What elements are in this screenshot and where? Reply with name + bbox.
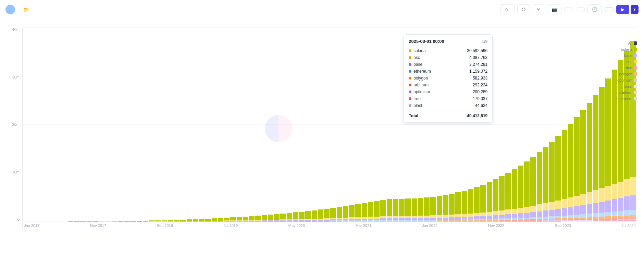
bar-group[interactable] — [487, 182, 492, 221]
bar-group[interactable] — [474, 187, 480, 221]
bar-group[interactable] — [374, 201, 380, 221]
legend-item[interactable]: solana — [610, 47, 637, 51]
bar-group[interactable] — [343, 206, 348, 221]
bar-group[interactable] — [224, 218, 230, 221]
mint-button[interactable] — [605, 7, 614, 12]
bar-group[interactable] — [437, 196, 442, 221]
bar-group[interactable] — [362, 203, 367, 221]
bar-group[interactable] — [518, 165, 523, 221]
bar-group[interactable] — [455, 192, 461, 221]
bar-group[interactable] — [305, 211, 311, 221]
bar-group[interactable] — [324, 209, 330, 221]
bar-group[interactable] — [399, 199, 405, 221]
bar-group[interactable] — [280, 214, 286, 221]
bar-group[interactable] — [355, 204, 361, 221]
header-actions: ☆ ⬡ ⑂ 📷 🕐 ▶ ▾ — [500, 4, 639, 14]
bar-group[interactable] — [349, 205, 355, 221]
bar-group[interactable] — [380, 200, 386, 221]
bar-group[interactable] — [230, 217, 236, 221]
bar-segment — [580, 110, 586, 194]
bar-group[interactable] — [480, 184, 486, 221]
bar-group[interactable] — [512, 169, 517, 221]
github-icon: ⬡ — [522, 7, 525, 12]
bar-group[interactable] — [337, 207, 342, 221]
camera-button[interactable]: 📷 — [547, 4, 561, 14]
header: 📁 ☆ ⬡ ⑂ 📷 🕐 ▶ — [0, 0, 644, 19]
bar-group[interactable] — [368, 202, 373, 221]
bar-group[interactable] — [312, 210, 317, 221]
legend-item[interactable]: base — [610, 53, 637, 58]
bar-group[interactable] — [468, 189, 473, 221]
bar-group[interactable] — [243, 217, 248, 221]
legend-item[interactable]: blast — [610, 84, 637, 88]
bar-group[interactable] — [318, 209, 323, 221]
bar-group[interactable] — [212, 218, 217, 221]
bar-group[interactable] — [237, 217, 242, 221]
bar-group[interactable] — [537, 152, 542, 221]
bar-segment — [518, 166, 523, 208]
tooltip-value: 292,224 — [473, 83, 487, 87]
bar-group[interactable] — [462, 191, 467, 221]
bar-group[interactable] — [330, 208, 336, 221]
bar-group[interactable] — [599, 86, 605, 221]
legend-item[interactable]: polygon — [610, 72, 637, 76]
bar-group[interactable] — [580, 109, 586, 221]
bar-group[interactable] — [218, 218, 223, 221]
bar-group[interactable] — [249, 216, 255, 221]
bar-group[interactable] — [430, 197, 436, 221]
legend-item[interactable]: tron — [610, 66, 637, 70]
bar-group[interactable] — [262, 215, 267, 221]
tooltip-dot — [409, 63, 411, 66]
bar-segment — [599, 213, 605, 217]
legend-item[interactable]: bsc — [610, 60, 637, 64]
x-axis-label: Jul 2019 — [223, 223, 238, 228]
bar-group[interactable] — [387, 199, 392, 221]
bar-segment — [474, 213, 480, 216]
bar-group[interactable] — [199, 219, 205, 221]
legend-item[interactable]: optimism — [610, 78, 637, 82]
bar-group[interactable] — [543, 147, 548, 221]
edit-button[interactable] — [576, 7, 585, 12]
bar-group[interactable] — [593, 94, 598, 221]
bar-group[interactable] — [393, 199, 398, 221]
bar-segment — [218, 218, 223, 221]
bar-group[interactable] — [574, 117, 580, 221]
tooltip-row: bsc 4,087,763 — [409, 54, 487, 61]
bar-group[interactable] — [493, 179, 498, 221]
bar-group[interactable] — [268, 215, 273, 221]
star-button[interactable]: ☆ — [500, 4, 515, 14]
legend-item[interactable]: All — [610, 41, 637, 45]
bar-group[interactable] — [443, 195, 448, 221]
bar-group[interactable] — [524, 161, 530, 221]
bar-group[interactable] — [205, 219, 211, 221]
bar-segment — [537, 204, 542, 211]
bar-segment — [555, 201, 561, 209]
bar-group[interactable] — [549, 142, 555, 221]
bar-group[interactable] — [505, 173, 511, 221]
bar-group[interactable] — [449, 194, 455, 221]
bar-group[interactable] — [587, 102, 592, 221]
github-button[interactable]: ⬡ — [517, 4, 530, 14]
legend-item[interactable]: ethereum — [610, 97, 637, 101]
legend-item[interactable]: arbitrum — [610, 90, 637, 95]
bar-group[interactable] — [255, 216, 261, 221]
bar-group[interactable] — [424, 197, 430, 221]
run-caret-button[interactable]: ▾ — [631, 5, 639, 14]
bar-group[interactable] — [293, 212, 298, 221]
bar-group[interactable] — [405, 198, 411, 221]
bar-group[interactable] — [412, 198, 417, 221]
bar-group[interactable] — [287, 213, 292, 221]
bar-group[interactable] — [530, 157, 536, 221]
bar-group[interactable] — [555, 136, 561, 221]
bar-group[interactable] — [193, 219, 198, 221]
bar-group[interactable] — [299, 211, 305, 221]
bar-group[interactable] — [568, 123, 573, 221]
bar-group[interactable] — [562, 130, 567, 221]
history-button[interactable]: 🕐 — [587, 4, 602, 14]
bar-group[interactable] — [418, 198, 423, 221]
bar-group[interactable] — [274, 214, 280, 222]
fork-button[interactable]: ⑂ — [533, 4, 544, 14]
bar-group[interactable] — [499, 176, 505, 221]
share-button[interactable] — [564, 7, 573, 12]
run-button[interactable]: ▶ — [616, 5, 629, 14]
